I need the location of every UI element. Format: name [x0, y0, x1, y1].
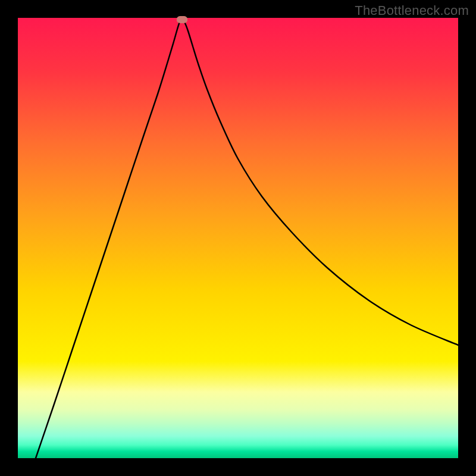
chart-area	[18, 18, 458, 458]
minimum-marker	[177, 16, 187, 23]
watermark-text: TheBottleneck.com	[355, 3, 469, 18]
bottleneck-curve	[18, 18, 458, 458]
